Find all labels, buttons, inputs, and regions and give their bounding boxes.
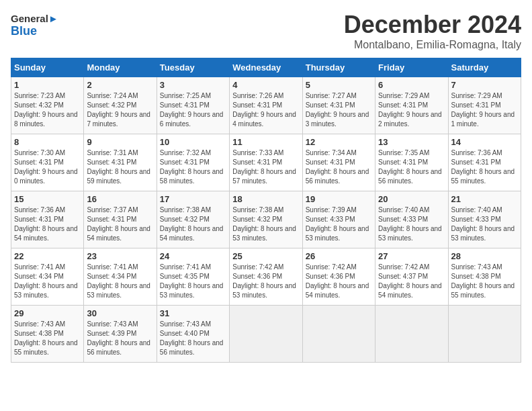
day-number: 31 [160,308,226,318]
day-info: Sunrise: 7:25 AM Sunset: 4:31 PM Dayligh… [160,91,226,129]
day-number: 16 [87,194,153,204]
day-number: 29 [14,308,81,318]
logo-general: General [11,13,48,24]
calendar-cell: 3Sunrise: 7:25 AM Sunset: 4:31 PM Daylig… [157,77,229,134]
calendar-cell: 14Sunrise: 7:36 AM Sunset: 4:31 PM Dayli… [448,134,521,191]
day-info: Sunrise: 7:35 AM Sunset: 4:31 PM Dayligh… [378,148,445,186]
week-row-3: 15Sunrise: 7:36 AM Sunset: 4:31 PM Dayli… [11,191,521,248]
day-number: 10 [160,137,226,147]
title-area: December 2024 Montalbano, Emilia-Romagna… [344,11,521,51]
day-number: 15 [14,194,81,204]
calendar-cell: 26Sunrise: 7:42 AM Sunset: 4:36 PM Dayli… [302,248,375,306]
day-info: Sunrise: 7:43 AM Sunset: 4:40 PM Dayligh… [160,320,226,357]
day-number: 25 [232,251,299,261]
calendar-cell [375,306,448,363]
calendar-cell: 21Sunrise: 7:40 AM Sunset: 4:33 PM Dayli… [448,191,521,248]
weekday-header-row: SundayMondayTuesdayWednesdayThursdayFrid… [11,58,521,77]
day-number: 9 [87,137,153,147]
day-info: Sunrise: 7:43 AM Sunset: 4:38 PM Dayligh… [14,320,81,357]
day-number: 1 [14,80,81,90]
day-info: Sunrise: 7:42 AM Sunset: 4:36 PM Dayligh… [306,263,372,300]
day-info: Sunrise: 7:39 AM Sunset: 4:33 PM Dayligh… [306,205,372,243]
calendar-table: SundayMondayTuesdayWednesdayThursdayFrid… [11,58,521,363]
day-number: 13 [378,137,445,147]
day-info: Sunrise: 7:24 AM Sunset: 4:32 PM Dayligh… [87,91,153,129]
calendar-cell: 19Sunrise: 7:39 AM Sunset: 4:33 PM Dayli… [302,191,375,248]
day-info: Sunrise: 7:29 AM Sunset: 4:31 PM Dayligh… [451,91,518,129]
day-number: 24 [160,251,226,261]
calendar-cell: 28Sunrise: 7:43 AM Sunset: 4:38 PM Dayli… [448,248,521,306]
weekday-header-monday: Monday [84,58,157,77]
calendar-cell: 5Sunrise: 7:27 AM Sunset: 4:31 PM Daylig… [302,77,375,134]
day-number: 18 [232,194,299,204]
day-info: Sunrise: 7:30 AM Sunset: 4:31 PM Dayligh… [14,148,81,186]
calendar-cell: 13Sunrise: 7:35 AM Sunset: 4:31 PM Dayli… [375,134,448,191]
calendar-cell [302,306,375,363]
day-number: 3 [160,80,226,90]
calendar-cell: 7Sunrise: 7:29 AM Sunset: 4:31 PM Daylig… [448,77,521,134]
calendar-cell: 20Sunrise: 7:40 AM Sunset: 4:33 PM Dayli… [375,191,448,248]
day-info: Sunrise: 7:43 AM Sunset: 4:39 PM Dayligh… [87,320,153,357]
day-info: Sunrise: 7:33 AM Sunset: 4:31 PM Dayligh… [232,148,299,186]
calendar-cell: 9Sunrise: 7:31 AM Sunset: 4:31 PM Daylig… [84,134,157,191]
weekday-header-sunday: Sunday [11,58,84,77]
calendar-cell [230,306,302,363]
calendar-cell: 10Sunrise: 7:32 AM Sunset: 4:31 PM Dayli… [157,134,229,191]
calendar-cell: 25Sunrise: 7:42 AM Sunset: 4:36 PM Dayli… [230,248,302,306]
day-info: Sunrise: 7:29 AM Sunset: 4:31 PM Dayligh… [378,91,445,129]
calendar-cell: 29Sunrise: 7:43 AM Sunset: 4:38 PM Dayli… [11,306,84,363]
logo-blue-text: Blue [11,24,37,38]
calendar-cell: 22Sunrise: 7:41 AM Sunset: 4:34 PM Dayli… [11,248,84,306]
calendar-cell: 31Sunrise: 7:43 AM Sunset: 4:40 PM Dayli… [157,306,229,363]
day-info: Sunrise: 7:36 AM Sunset: 4:31 PM Dayligh… [451,148,518,186]
day-number: 26 [306,251,372,261]
week-row-5: 29Sunrise: 7:43 AM Sunset: 4:38 PM Dayli… [11,306,521,363]
day-number: 22 [14,251,81,261]
day-number: 21 [451,194,518,204]
location: Montalbano, Emilia-Romagna, Italy [344,39,521,51]
day-number: 28 [451,251,518,261]
day-number: 8 [14,137,81,147]
day-number: 23 [87,251,153,261]
calendar-cell: 16Sunrise: 7:37 AM Sunset: 4:31 PM Dayli… [84,191,157,248]
day-number: 12 [306,137,372,147]
calendar-cell: 4Sunrise: 7:26 AM Sunset: 4:31 PM Daylig… [230,77,302,134]
calendar-cell: 23Sunrise: 7:41 AM Sunset: 4:34 PM Dayli… [84,248,157,306]
calendar-cell: 2Sunrise: 7:24 AM Sunset: 4:32 PM Daylig… [84,77,157,134]
day-info: Sunrise: 7:27 AM Sunset: 4:31 PM Dayligh… [306,91,372,129]
day-info: Sunrise: 7:40 AM Sunset: 4:33 PM Dayligh… [451,205,518,243]
day-info: Sunrise: 7:40 AM Sunset: 4:33 PM Dayligh… [378,205,445,243]
day-info: Sunrise: 7:37 AM Sunset: 4:31 PM Dayligh… [87,205,153,243]
day-number: 4 [232,80,299,90]
weekday-header-saturday: Saturday [448,58,521,77]
calendar-cell: 15Sunrise: 7:36 AM Sunset: 4:31 PM Dayli… [11,191,84,248]
month-title: December 2024 [344,11,521,39]
calendar-cell: 1Sunrise: 7:23 AM Sunset: 4:32 PM Daylig… [11,77,84,134]
logo: General► Blue [11,11,58,38]
day-number: 6 [378,80,445,90]
calendar-cell: 24Sunrise: 7:41 AM Sunset: 4:35 PM Dayli… [157,248,229,306]
day-info: Sunrise: 7:34 AM Sunset: 4:31 PM Dayligh… [306,148,372,186]
weekday-header-thursday: Thursday [302,58,375,77]
day-info: Sunrise: 7:26 AM Sunset: 4:31 PM Dayligh… [232,91,299,129]
day-number: 14 [451,137,518,147]
day-info: Sunrise: 7:38 AM Sunset: 4:32 PM Dayligh… [232,205,299,243]
day-info: Sunrise: 7:32 AM Sunset: 4:31 PM Dayligh… [160,148,226,186]
week-row-4: 22Sunrise: 7:41 AM Sunset: 4:34 PM Dayli… [11,248,521,306]
day-number: 30 [87,308,153,318]
day-number: 2 [87,80,153,90]
calendar-cell: 6Sunrise: 7:29 AM Sunset: 4:31 PM Daylig… [375,77,448,134]
day-info: Sunrise: 7:38 AM Sunset: 4:32 PM Dayligh… [160,205,226,243]
logo-blue: ► [48,13,58,24]
calendar-cell: 18Sunrise: 7:38 AM Sunset: 4:32 PM Dayli… [230,191,302,248]
day-info: Sunrise: 7:42 AM Sunset: 4:37 PM Dayligh… [378,263,445,300]
calendar-cell [448,306,521,363]
weekday-header-wednesday: Wednesday [230,58,302,77]
day-number: 5 [306,80,372,90]
day-number: 7 [451,80,518,90]
day-info: Sunrise: 7:41 AM Sunset: 4:34 PM Dayligh… [14,263,81,300]
week-row-1: 1Sunrise: 7:23 AM Sunset: 4:32 PM Daylig… [11,77,521,134]
day-info: Sunrise: 7:31 AM Sunset: 4:31 PM Dayligh… [87,148,153,186]
calendar-cell: 8Sunrise: 7:30 AM Sunset: 4:31 PM Daylig… [11,134,84,191]
calendar-cell: 12Sunrise: 7:34 AM Sunset: 4:31 PM Dayli… [302,134,375,191]
